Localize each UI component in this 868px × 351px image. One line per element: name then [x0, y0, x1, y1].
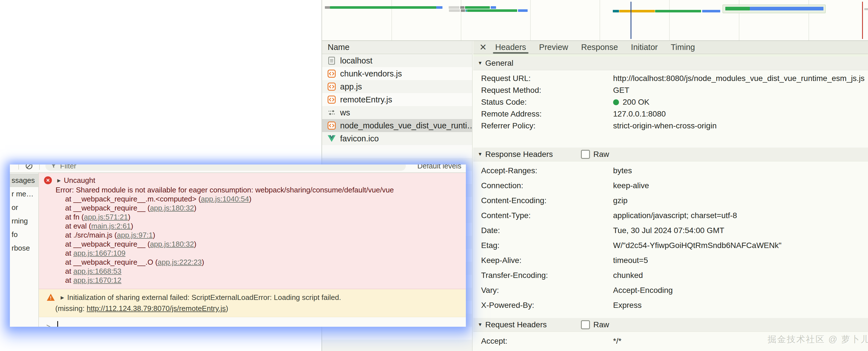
log-levels-dropdown[interactable]: Default levels — [417, 165, 461, 170]
waterfall-bar — [465, 6, 490, 9]
timeline-marker — [630, 2, 631, 39]
chevron-down-icon: ▼ — [478, 322, 483, 328]
header-row: Remote Address:127.0.0.1:8080 — [473, 108, 868, 120]
waterfall-bar — [449, 6, 459, 9]
tab-headers[interactable]: Headers — [495, 41, 526, 54]
header-row-value-text: W/"d2c54-YfiwpGoiHQtRmSndb6NAFCaWENk" — [613, 241, 781, 250]
expand-triangle-icon[interactable]: ▶ — [57, 178, 61, 183]
raw-checkbox[interactable] — [581, 320, 590, 329]
header-row: Vary:Accept-Encoding — [473, 283, 868, 298]
header-row-value: strict-origin-when-cross-origin — [613, 121, 717, 130]
tab-response[interactable]: Response — [581, 41, 618, 54]
request-row[interactable]: remoteEntry.js — [322, 93, 472, 106]
script-icon — [328, 69, 336, 78]
console-main: ssagesr me…orrningforbose ✕ ▶ Uncaught E… — [10, 173, 466, 327]
request-name: localhost — [340, 56, 372, 65]
request-row[interactable]: node_modules_vue_dist_vue_runti… — [322, 119, 472, 132]
clear-console-icon[interactable] — [25, 165, 33, 170]
header-row-value: application/javascript; charset=utf-8 — [613, 211, 737, 220]
header-row-name: Date: — [481, 226, 613, 235]
sidebar-item-label: or — [11, 203, 18, 212]
stack-frame-link[interactable]: app.js:180:32 — [150, 204, 194, 212]
header-row: Referrer Policy:strict-origin-when-cross… — [473, 120, 868, 132]
request-row[interactable]: localhost — [322, 54, 472, 67]
header-row: Request Method:GET — [473, 84, 868, 96]
waterfall-gridline — [599, 0, 600, 40]
console-filter-input[interactable]: Filter — [45, 165, 406, 171]
stack-frame: at eval (main.js:2:61) — [39, 222, 466, 231]
warning-missing-line: (missing: http://112.124.38.79:8070/js/r… — [39, 303, 466, 314]
name-column-header[interactable]: Name — [322, 41, 472, 54]
error-stack-trace: at __webpack_require__.m.<computed> (app… — [39, 195, 466, 285]
header-row-name: Etag: — [481, 241, 613, 250]
stack-frame-link[interactable]: app.js:180:32 — [150, 240, 194, 248]
header-row-value-text: */* — [613, 337, 622, 346]
header-row-value-text: timeout=5 — [613, 256, 648, 265]
header-row-value: 200 OK — [613, 98, 649, 107]
header-row-value: timeout=5 — [613, 256, 648, 265]
stack-frame-link[interactable]: app.js:1670:12 — [73, 276, 122, 285]
close-icon[interactable]: ✕ — [479, 42, 487, 53]
stack-frame-link[interactable]: app.js:1667:109 — [73, 249, 125, 257]
warning-missing-post: ) — [226, 304, 228, 313]
console-messages: ✕ ▶ Uncaught Error: Shared module is not… — [39, 173, 466, 327]
stack-frame-link[interactable]: app.js:1040:54 — [201, 195, 249, 203]
stack-frame-pre: at fn ( — [65, 213, 84, 221]
header-row-value-text: bytes — [613, 166, 632, 175]
header-row: Connection:keep-alive — [473, 178, 868, 193]
request-headers-section-header[interactable]: ▼ Request Headers Raw — [473, 318, 868, 332]
script-icon — [328, 82, 336, 91]
stack-frame-link[interactable]: app.js:1668:53 — [73, 267, 122, 275]
expand-triangle-icon[interactable]: ▶ — [61, 295, 64, 300]
waterfall-bar — [461, 9, 465, 12]
tab-label: Headers — [495, 42, 526, 52]
header-row-value: chunked — [613, 271, 643, 280]
response-raw-toggle[interactable]: Raw — [581, 150, 609, 159]
request-row[interactable]: chunk-vendors.js — [322, 67, 472, 80]
console-sidebar-item[interactable]: or — [10, 201, 38, 214]
stack-frame: at __webpack_require__ (app.js:180:32) — [39, 239, 466, 248]
response-headers-section-header[interactable]: ▼ Response Headers Raw — [473, 148, 868, 162]
request-raw-toggle[interactable]: Raw — [581, 320, 609, 329]
request-name: app.js — [340, 82, 362, 91]
stack-frame-link[interactable]: app.js:222:23 — [158, 258, 202, 266]
request-row[interactable]: ws — [322, 106, 472, 119]
stack-frame: at __webpack_require__ (app.js:180:32) — [39, 203, 466, 212]
warning-missing-link[interactable]: http://112.124.38.79:8070/js/remoteEntry… — [87, 304, 226, 313]
stack-frame-pre: at __webpack_require__ ( — [65, 240, 150, 248]
console-sidebar-item[interactable]: rbose — [10, 241, 38, 255]
request-name: remoteEntry.js — [340, 95, 392, 105]
console-sidebar-item[interactable]: ssages — [10, 174, 38, 187]
console-sidebar-item[interactable]: rning — [10, 214, 38, 228]
console-prompt[interactable]: > — [39, 321, 466, 327]
waterfall-bar — [330, 6, 436, 9]
header-row-value: Accept-Encoding — [613, 286, 673, 295]
request-row[interactable]: app.js — [322, 80, 472, 93]
general-section-header[interactable]: ▼ General — [473, 56, 868, 70]
stack-frame-link[interactable]: app.js:97:1 — [117, 231, 153, 239]
header-row-value-text: Tue, 30 Jul 2024 07:54:00 GMT — [613, 226, 724, 235]
tab-timing[interactable]: Timing — [671, 41, 695, 54]
waterfall-bar — [449, 9, 460, 12]
stack-frame-post: ) — [194, 204, 196, 212]
tab-initiator[interactable]: Initiator — [631, 41, 658, 54]
stack-frame-link[interactable]: main.js:2:61 — [91, 222, 131, 230]
request-row[interactable]: favicon.ico — [322, 132, 472, 145]
sidebar-item-label: rning — [11, 217, 28, 226]
waterfall-bar — [725, 7, 750, 10]
raw-checkbox[interactable] — [581, 150, 590, 159]
network-overview-waterfall[interactable] — [322, 0, 868, 41]
stack-frame-link[interactable]: app.js:571:21 — [84, 213, 128, 221]
warning-message-text: Initialization of sharing external faile… — [67, 293, 341, 302]
header-row-value: GET — [613, 86, 629, 95]
header-row-value: 127.0.0.1:8080 — [613, 110, 666, 118]
request-name: chunk-vendors.js — [340, 69, 402, 79]
header-row-name: X-Powered-By: — [481, 301, 613, 310]
stack-frame: at ./src/main.js (app.js:97:1) — [39, 231, 466, 239]
tab-preview[interactable]: Preview — [539, 41, 568, 54]
header-row: Transfer-Encoding:chunked — [473, 268, 868, 283]
stack-frame-pre: at __webpack_require__.m.<computed> ( — [65, 195, 201, 203]
console-sidebar-item[interactable]: fo — [10, 228, 38, 241]
console-sidebar-item[interactable]: r me… — [10, 187, 38, 201]
header-row-value: W/"d2c54-YfiwpGoiHQtRmSndb6NAFCaWENk" — [613, 241, 781, 250]
